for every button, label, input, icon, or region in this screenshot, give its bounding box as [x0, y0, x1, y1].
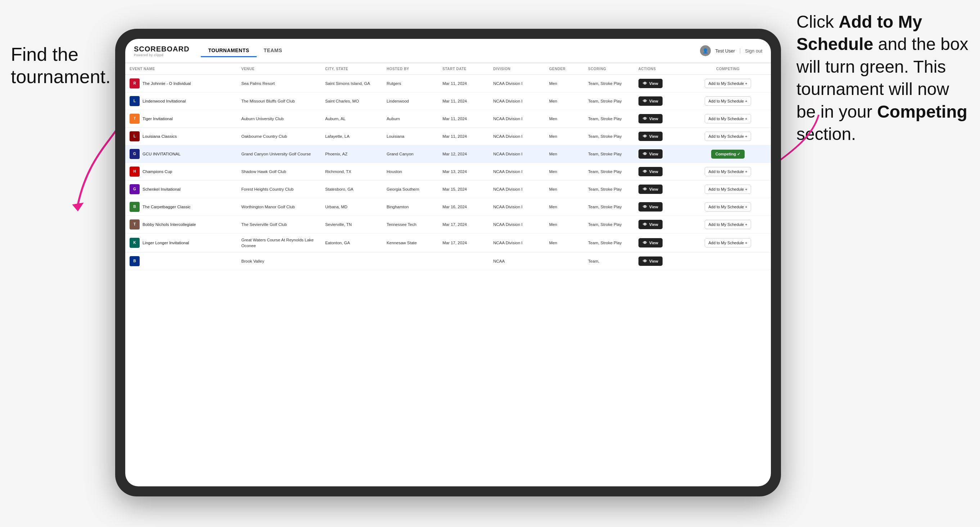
tournaments-table: EVENT NAME VENUE CITY, STATE HOSTED BY S…: [125, 63, 771, 270]
actions-cell: 👁 View: [634, 252, 685, 270]
view-label: View: [649, 187, 658, 191]
actions-cell: 👁 View: [634, 75, 685, 92]
event-name-cell: T Bobby Nichols Intercollegiate: [125, 216, 237, 233]
actions-cell: 👁 View: [634, 145, 685, 163]
competing-cell: Add to My Schedule +: [685, 128, 771, 145]
start-date-cell: Mar 17, 2024: [438, 216, 489, 233]
start-date-cell: Mar 12, 2024: [438, 145, 489, 163]
col-header-gender: GENDER: [545, 63, 584, 75]
start-date-cell: Mar 15, 2024: [438, 181, 489, 198]
view-button[interactable]: 👁 View: [638, 114, 663, 124]
event-name-cell: G Schenkel Invitational: [125, 181, 237, 198]
venue-cell: Brook Valley: [237, 252, 321, 270]
logo-subtitle: Powered by clippd: [134, 53, 189, 57]
header-right: 👤 Test User | Sign out: [700, 45, 762, 56]
city-state-cell: Richmond, TX: [321, 163, 382, 181]
sign-out-link[interactable]: Sign out: [745, 48, 762, 54]
actions-cell: 👁 View: [634, 181, 685, 198]
scoring-cell: Team, Stroke Play: [584, 181, 634, 198]
col-header-venue: VENUE: [237, 63, 321, 75]
event-name-cell: L Lindenwood Invitational: [125, 92, 237, 110]
view-button[interactable]: 👁 View: [638, 97, 663, 106]
table-row: B Brook ValleyNCAATeam, 👁 View: [125, 252, 771, 270]
view-label: View: [649, 241, 658, 245]
scoring-cell: Team, Stroke Play: [584, 145, 634, 163]
hosted-by-cell: Lindenwood: [382, 92, 438, 110]
table-row: H Champions Cup Shadow Hawk Golf ClubRic…: [125, 163, 771, 181]
view-button[interactable]: 👁 View: [638, 202, 663, 211]
view-label: View: [649, 222, 658, 227]
tab-tournaments[interactable]: TOURNAMENTS: [201, 44, 256, 57]
col-header-city: CITY, STATE: [321, 63, 382, 75]
add-to-schedule-button[interactable]: Add to My Schedule +: [705, 220, 751, 229]
tab-teams[interactable]: TEAMS: [257, 44, 290, 57]
view-label: View: [649, 117, 658, 121]
venue-cell: Great Waters Course At Reynolds Lake Oco…: [237, 233, 321, 252]
event-name-text: Lindenwood Invitational: [143, 98, 186, 104]
add-to-schedule-button[interactable]: Add to My Schedule +: [705, 238, 751, 248]
user-name: Test User: [715, 48, 735, 54]
event-name-cell: B The Carpetbagger Classic: [125, 198, 237, 216]
city-state-cell: Urbana, MD: [321, 198, 382, 216]
add-schedule-label: Add to My Schedule +: [709, 170, 748, 174]
division-cell: NCAA Division I: [489, 198, 545, 216]
hosted-by-cell: Grand Canyon: [382, 145, 438, 163]
gender-cell: Men: [545, 145, 584, 163]
view-button[interactable]: 👁 View: [638, 167, 663, 176]
event-name-cell: H Champions Cup: [125, 163, 237, 181]
view-button[interactable]: 👁 View: [638, 79, 663, 88]
hosted-by-cell: Houston: [382, 163, 438, 181]
eye-icon: 👁: [643, 116, 647, 121]
table-row: R The Johnnie - O Individual Sea Palms R…: [125, 75, 771, 92]
team-logo: R: [130, 78, 140, 89]
view-button[interactable]: 👁 View: [638, 132, 663, 141]
event-name-text: Bobby Nichols Intercollegiate: [143, 222, 196, 227]
city-state-cell: Sevierville, TN: [321, 216, 382, 233]
add-to-schedule-button[interactable]: Add to My Schedule +: [705, 202, 751, 211]
add-to-schedule-button[interactable]: Add to My Schedule +: [705, 114, 751, 124]
competing-cell: [685, 252, 771, 270]
add-to-schedule-button[interactable]: Add to My Schedule +: [705, 97, 751, 106]
add-to-schedule-button[interactable]: Add to My Schedule +: [705, 184, 751, 194]
division-cell: NCAA Division I: [489, 163, 545, 181]
table-row: G GCU INVITATIONAL Grand Canyon Universi…: [125, 145, 771, 163]
view-button[interactable]: 👁 View: [638, 184, 663, 194]
table-row: T Tiger Invitational Auburn University C…: [125, 110, 771, 128]
tournaments-table-container: EVENT NAME VENUE CITY, STATE HOSTED BY S…: [125, 63, 771, 486]
competing-cell: Add to My Schedule +: [685, 163, 771, 181]
team-logo: K: [130, 238, 140, 248]
venue-cell: Shadow Hawk Golf Club: [237, 163, 321, 181]
city-state-cell: Eatonton, GA: [321, 233, 382, 252]
view-label: View: [649, 152, 658, 156]
eye-icon: 👁: [643, 98, 647, 103]
event-name-text: The Carpetbagger Classic: [143, 204, 191, 210]
tablet-screen: SCOREBOARD Powered by clippd TOURNAMENTS…: [125, 39, 771, 486]
view-button[interactable]: 👁 View: [638, 257, 663, 266]
competing-button[interactable]: Competing ✓: [711, 150, 745, 159]
city-state-cell: Phoenix, AZ: [321, 145, 382, 163]
eye-icon: 👁: [643, 81, 647, 86]
scoring-cell: Team, Stroke Play: [584, 198, 634, 216]
view-button[interactable]: 👁 View: [638, 220, 663, 229]
scoring-cell: Team, Stroke Play: [584, 75, 634, 92]
add-to-schedule-button[interactable]: Add to My Schedule +: [705, 167, 751, 176]
scoring-cell: Team, Stroke Play: [584, 110, 634, 128]
hosted-by-cell: Georgia Southern: [382, 181, 438, 198]
add-to-schedule-button[interactable]: Add to My Schedule +: [705, 79, 751, 88]
venue-cell: Grand Canyon University Golf Course: [237, 145, 321, 163]
venue-cell: Oakbourne Country Club: [237, 128, 321, 145]
gender-cell: Men: [545, 181, 584, 198]
view-button[interactable]: 👁 View: [638, 238, 663, 248]
add-to-schedule-button[interactable]: Add to My Schedule +: [705, 132, 751, 141]
view-button[interactable]: 👁 View: [638, 149, 663, 159]
event-name-text: Louisiana Classics: [143, 133, 177, 139]
nav-tabs: TOURNAMENTS TEAMS: [201, 44, 700, 57]
logo-title: SCOREBOARD: [134, 45, 189, 53]
division-cell: NCAA Division I: [489, 75, 545, 92]
venue-cell: The Missouri Bluffs Golf Club: [237, 92, 321, 110]
actions-cell: 👁 View: [634, 128, 685, 145]
event-name-text: Schenkel Invitational: [143, 186, 180, 192]
col-header-competing: COMPETING: [685, 63, 771, 75]
actions-cell: 👁 View: [634, 233, 685, 252]
start-date-cell: Mar 11, 2024: [438, 92, 489, 110]
